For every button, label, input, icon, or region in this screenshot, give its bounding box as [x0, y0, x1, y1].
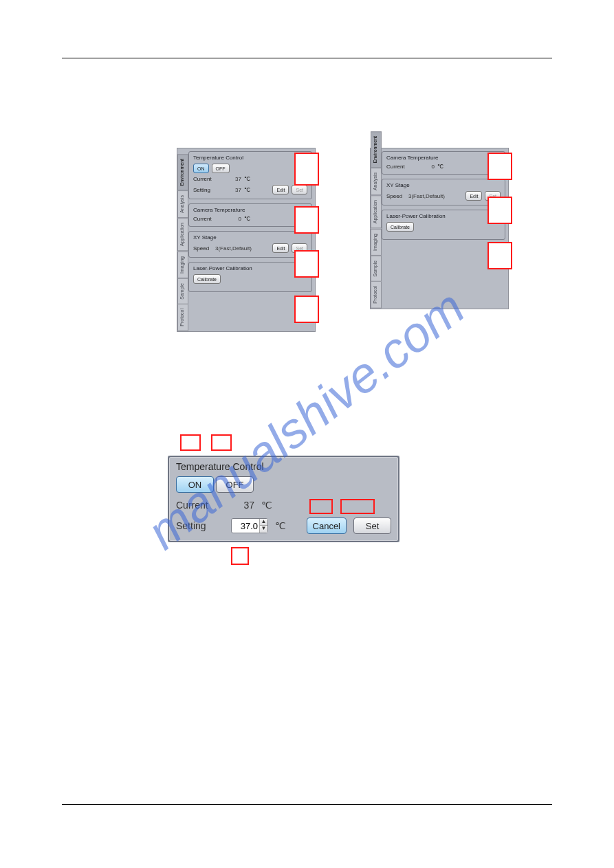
- spinner-down-icon[interactable]: ▼: [259, 526, 267, 533]
- current-label: Current: [193, 176, 221, 182]
- group-title: Temperature Control: [193, 155, 307, 161]
- group-temp-control: Temperature Control ON OFF Current 37 ℃ …: [188, 151, 312, 199]
- callout-small: [309, 499, 333, 514]
- camtemp-current-value: 0: [417, 164, 435, 170]
- setting-input[interactable]: [232, 519, 259, 533]
- calibrate-button[interactable]: Calibrate: [386, 222, 414, 232]
- temp-set-button[interactable]: Set: [292, 185, 307, 194]
- tab-protocol[interactable]: Protocol: [177, 304, 188, 331]
- tab-imaging[interactable]: Imaging: [371, 229, 382, 256]
- side-tabs: Protocol Sample Imaging Application Anal…: [371, 148, 382, 309]
- xy-edit-button[interactable]: Edit: [465, 191, 482, 201]
- detail-current-label: Current: [176, 500, 224, 511]
- camtemp-current-unit: ℃: [244, 216, 254, 222]
- camtemp-current-label: Current: [386, 164, 414, 170]
- callout-small: [180, 434, 201, 451]
- group-title: XY Stage: [386, 182, 501, 188]
- callout-box: [294, 296, 319, 323]
- camtemp-current-label: Current: [193, 216, 221, 222]
- tab-environment[interactable]: Environment: [177, 154, 188, 190]
- setting-label: Setting: [193, 187, 221, 193]
- bottom-rule: [62, 804, 552, 805]
- detail-current-value: 37: [231, 500, 254, 511]
- group-title: Laser-Power Calibration: [193, 265, 307, 271]
- temp-on-button[interactable]: ON: [193, 164, 209, 173]
- group-title: XY Stage: [193, 234, 307, 241]
- group-xy-stage: XY Stage Speed 3(Fast,Default) Edit Set: [382, 179, 505, 205]
- tab-environment[interactable]: Environment: [371, 131, 382, 168]
- callout-small: [211, 434, 232, 451]
- tab-sample[interactable]: Sample: [177, 278, 188, 304]
- speed-label: Speed: [386, 193, 406, 199]
- group-xy-stage: XY Stage Speed 3(Fast,Default) Edit Set: [188, 231, 312, 258]
- detail-set-button[interactable]: Set: [353, 518, 391, 534]
- current-unit: ℃: [244, 176, 254, 182]
- detail-title: Temperature Control: [176, 461, 391, 472]
- speed-label: Speed: [193, 245, 212, 252]
- detail-cancel-button[interactable]: Cancel: [307, 518, 347, 534]
- tab-application[interactable]: Application: [371, 195, 382, 228]
- camtemp-current-unit: ℃: [437, 164, 447, 170]
- tab-analysis[interactable]: Analysis: [177, 190, 188, 218]
- tab-protocol[interactable]: Protocol: [371, 281, 382, 309]
- tab-sample[interactable]: Sample: [371, 256, 382, 282]
- callout-box: [487, 153, 512, 180]
- detail-setting-unit: ℃: [275, 520, 290, 531]
- group-laser-cal: Laser-Power Calibration Calibrate: [382, 210, 505, 240]
- group-title: Camera Temperature: [386, 155, 501, 161]
- callout-small: [340, 499, 375, 514]
- top-rule: [62, 58, 552, 58]
- callout-box: [487, 197, 512, 224]
- tab-analysis[interactable]: Analysis: [371, 168, 382, 195]
- detail-off-button[interactable]: OFF: [216, 476, 254, 493]
- speed-value: 3(Fast,Default): [215, 245, 252, 252]
- group-camera-temp: Camera Temperature Current 0 ℃: [382, 151, 505, 175]
- detail-current-unit: ℃: [261, 500, 276, 511]
- group-title: Camera Temperature: [193, 207, 307, 213]
- temp-off-button[interactable]: OFF: [212, 164, 230, 173]
- side-tabs: Protocol Sample Imaging Application Anal…: [177, 148, 188, 331]
- calibrate-button[interactable]: Calibrate: [193, 274, 221, 284]
- speed-value: 3(Fast,Default): [408, 193, 445, 199]
- camtemp-current-value: 0: [223, 216, 241, 222]
- xy-edit-button[interactable]: Edit: [272, 243, 289, 253]
- group-camera-temp: Camera Temperature Current 0 ℃: [188, 203, 312, 227]
- tab-application[interactable]: Application: [177, 218, 188, 251]
- group-laser-cal: Laser-Power Calibration Calibrate: [188, 262, 312, 292]
- setting-spinner[interactable]: ▲ ▼: [231, 518, 268, 533]
- detail-setting-label: Setting: [176, 520, 224, 531]
- setting-value: 37: [223, 187, 241, 193]
- callout-box: [294, 250, 319, 278]
- callout-box: [487, 242, 512, 269]
- callout-box: [294, 153, 319, 186]
- tab-imaging[interactable]: Imaging: [177, 252, 188, 278]
- current-value: 37: [223, 176, 241, 182]
- group-title: Laser-Power Calibration: [386, 213, 501, 219]
- callout-box: [294, 206, 319, 234]
- setting-unit: ℃: [244, 187, 254, 193]
- temp-edit-button[interactable]: Edit: [272, 185, 289, 194]
- detail-on-button[interactable]: ON: [176, 476, 214, 493]
- callout-small: [231, 547, 249, 565]
